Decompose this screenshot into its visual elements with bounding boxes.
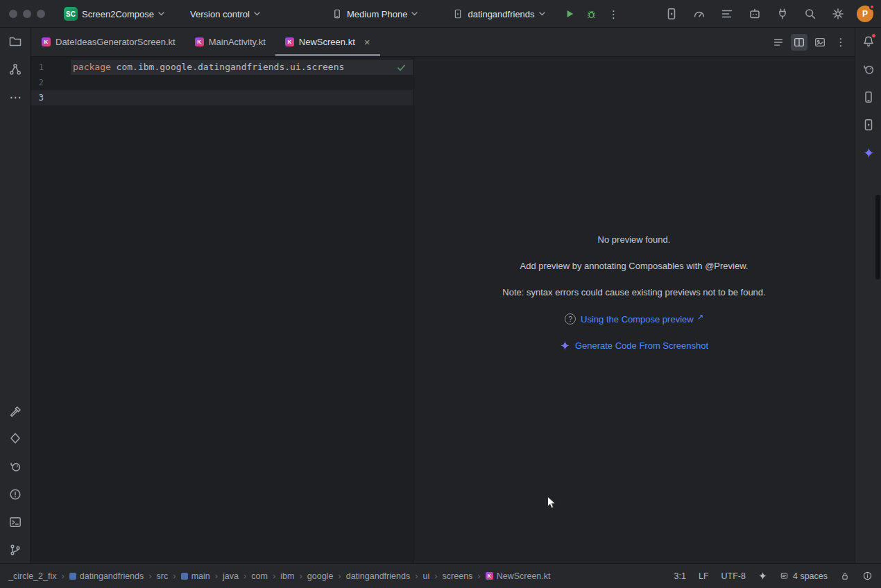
run-configuration-selector[interactable]: datingandfriends — [447, 3, 550, 24]
tab-mainactivity[interactable]: K MainActivity.kt — [185, 28, 275, 56]
run-button[interactable] — [561, 5, 579, 23]
debug-button[interactable] — [583, 5, 601, 23]
generate-code-link[interactable]: Generate Code From Screenshot — [560, 338, 708, 353]
gradle-tool-button[interactable] — [859, 60, 878, 78]
breadcrumb-item[interactable]: _circle_2_fix — [8, 571, 56, 581]
gemini-status-button[interactable] — [758, 571, 767, 580]
device-streaming-button[interactable] — [773, 5, 792, 23]
breadcrumb-label: datingandfriends — [346, 571, 410, 581]
device-selector[interactable]: Medium Phone — [326, 3, 423, 24]
settings-button[interactable] — [829, 5, 847, 23]
split-view-button[interactable] — [791, 34, 807, 51]
project-tool-button[interactable] — [6, 33, 24, 51]
breadcrumb-label: ibm — [280, 571, 294, 581]
problems-icon — [8, 487, 22, 501]
design-view-button[interactable] — [812, 34, 828, 51]
breadcrumb-item[interactable]: google — [307, 571, 334, 581]
scrollbar-thumb[interactable] — [875, 195, 880, 279]
notifications-button[interactable] — [859, 33, 878, 51]
breadcrumb-label: ui — [422, 571, 429, 581]
write-access-toggle[interactable] — [840, 571, 850, 581]
breadcrumb-item[interactable]: src — [157, 571, 169, 581]
logcat-button[interactable] — [718, 5, 736, 23]
version-control-widget[interactable]: Version control — [185, 3, 266, 24]
tab-label: DateIdeasGeneratorScreen.kt — [55, 37, 176, 47]
breadcrumb-separator-icon: › — [215, 571, 218, 581]
add-preview-message: Add preview by annotating Composables wi… — [520, 259, 749, 274]
module-icon — [181, 573, 188, 580]
line-number[interactable]: 3 — [31, 90, 44, 105]
kotlin-file-icon: K — [42, 37, 51, 46]
code-editor[interactable]: 1 package com.ibm.google.datingandfriend… — [31, 57, 413, 563]
no-preview-message: No preview found. — [598, 232, 671, 248]
more-run-actions-button[interactable]: ⋮ — [605, 5, 623, 23]
tab-newscreen[interactable]: K NewScreen.kt × — [275, 28, 380, 56]
code-line-2[interactable]: 2 — [31, 75, 413, 90]
line-number[interactable]: 2 — [31, 75, 44, 90]
search-everywhere-button[interactable] — [801, 5, 819, 23]
running-devices-tool-button[interactable] — [859, 116, 878, 134]
kotlin-file-icon: K — [486, 572, 493, 580]
indent-widget[interactable]: 4 spaces — [780, 571, 828, 581]
highlighting-level-button[interactable] — [862, 571, 873, 581]
breadcrumb-separator-icon: › — [299, 571, 302, 581]
running-devices-button[interactable] — [662, 5, 681, 23]
profiler-button[interactable] — [690, 5, 708, 23]
app-insights-button[interactable] — [746, 5, 764, 23]
git-branch-icon — [8, 543, 22, 557]
problems-tool-button[interactable] — [6, 485, 24, 503]
breadcrumb-item-file[interactable]: KNewScreen.kt — [486, 571, 551, 581]
run-toolbar: Medium Phone datingandfriends ⋮ — [326, 3, 623, 24]
breadcrumb-item[interactable]: com — [251, 571, 268, 581]
tab-dateideasgeneratorscreen[interactable]: K DateIdeasGeneratorScreen.kt — [32, 28, 185, 56]
minimize-window-button[interactable] — [23, 10, 31, 18]
breadcrumb-item[interactable]: datingandfriends — [346, 571, 410, 581]
version-control-tool-button[interactable] — [6, 541, 24, 559]
gemini-star-icon — [863, 147, 875, 159]
more-vertical-icon: ⋮ — [608, 9, 619, 19]
run-configuration-label: datingandfriends — [468, 9, 534, 19]
breadcrumb-item[interactable]: datingandfriends — [69, 571, 144, 581]
breadcrumb-item[interactable]: main — [181, 571, 210, 581]
maximize-window-button[interactable] — [37, 10, 45, 18]
avatar[interactable]: P — [857, 6, 873, 22]
breadcrumb-label: src — [157, 571, 169, 581]
more-vertical-icon: ⋮ — [836, 37, 846, 47]
more-tool-windows-button[interactable]: ⋯ — [6, 88, 24, 106]
line-number[interactable]: 1 — [31, 60, 44, 75]
editor-options-button[interactable]: ⋮ — [832, 34, 849, 51]
breadcrumb-item[interactable]: java — [223, 571, 239, 581]
folder-icon — [8, 35, 22, 49]
titlebar: SC Screen2Compose Version control Medium… — [0, 0, 881, 28]
gemini-tool-button[interactable] — [859, 144, 878, 162]
device-manager-tool-button[interactable] — [859, 88, 878, 106]
notification-badge — [869, 4, 875, 10]
app-quality-insights-tool-button[interactable] — [6, 429, 24, 447]
breadcrumb-item[interactable]: screens — [443, 571, 473, 581]
breadcrumb-item[interactable]: ibm — [280, 571, 294, 581]
indent-size-label: 4 spaces — [793, 571, 828, 581]
breadcrumb-separator-icon: › — [273, 571, 275, 581]
caret-position-widget[interactable]: 3:1 — [674, 571, 686, 581]
code-view-button[interactable] — [770, 34, 787, 51]
indent-icon — [780, 571, 789, 580]
project-widget[interactable]: SC Screen2Compose — [58, 3, 170, 24]
code-line-3[interactable]: 3 — [31, 90, 413, 105]
editor-tabbar: K DateIdeasGeneratorScreen.kt K MainActi… — [31, 28, 855, 57]
code-line-1[interactable]: 1 package com.ibm.google.datingandfriend… — [31, 60, 413, 75]
breadcrumb-label: google — [307, 571, 334, 581]
breadcrumb-item[interactable]: ui — [422, 571, 429, 581]
compose-preview-help-link[interactable]: ? Using the Compose preview ↗ — [565, 311, 703, 327]
profiler-icon — [692, 7, 706, 21]
terminal-tool-button[interactable] — [6, 513, 24, 531]
structure-tool-button[interactable] — [6, 60, 24, 78]
gradle-tool-button[interactable] — [6, 458, 24, 476]
close-tab-icon[interactable]: × — [364, 37, 370, 47]
close-window-button[interactable] — [9, 10, 17, 18]
terminal-icon — [8, 515, 22, 529]
breadcrumb-separator-icon: › — [477, 571, 480, 581]
inspections-widget[interactable] — [396, 62, 407, 75]
build-tool-button[interactable] — [6, 403, 24, 421]
encoding-widget[interactable]: UTF-8 — [721, 571, 746, 581]
line-separator-widget[interactable]: LF — [699, 571, 709, 581]
